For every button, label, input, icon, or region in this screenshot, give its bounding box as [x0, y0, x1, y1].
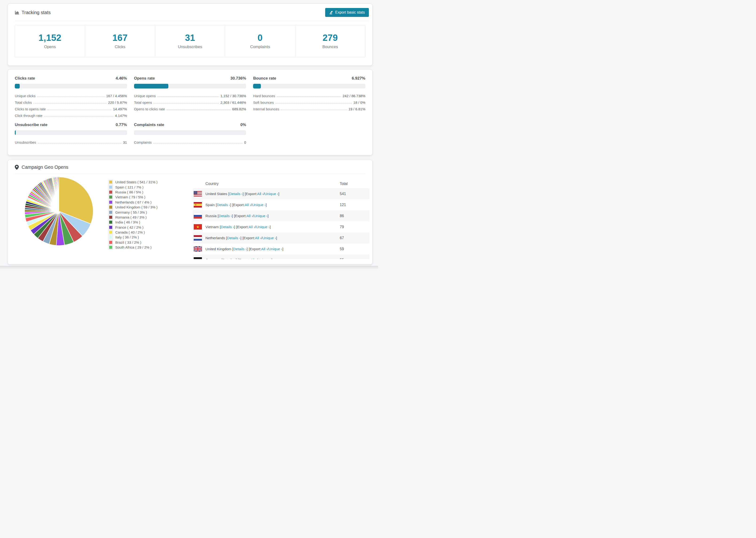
- legend-item: Netherlands ( 67 / 4% ): [109, 200, 158, 205]
- rate-detail-label: Unique opens: [134, 94, 156, 99]
- legend-label: South Africa ( 29 / 2% ): [115, 245, 151, 249]
- dotted-leader: [153, 103, 219, 103]
- rate-block-unsubscribe-rate: Unsubscribe rate0.77%Unsubscribes31: [15, 123, 127, 145]
- vn-flag-icon: [194, 224, 202, 230]
- export-unique-link[interactable]: Unique ›: [265, 192, 279, 196]
- rates-grid: Clicks rate4.46%Unique clicks167 / 4.456…: [15, 76, 365, 145]
- geo-country-cell: Spain [Details ›] [Export: All › / Uniqu…: [193, 202, 340, 207]
- export-all-link[interactable]: All ›: [249, 225, 255, 229]
- export-unique-link[interactable]: Unique ›: [269, 247, 283, 251]
- dotted-leader: [44, 116, 113, 117]
- rate-title: Complaints rate: [134, 123, 164, 127]
- geo-country-cell: Vietnam [Details ›] [Export: All › / Uni…: [193, 224, 340, 230]
- stat-tile-bounces: 279Bounces: [295, 25, 365, 57]
- dotted-leader: [277, 96, 341, 97]
- rate-detail-value: 242 / 86.738%: [343, 94, 365, 99]
- geo-table-row-netherlands: Netherlands [Details ›] [Export: All › /…: [193, 232, 369, 243]
- rate-detail-row: Clicks to opens rate14.497%: [15, 105, 127, 112]
- export-all-link[interactable]: All ›: [257, 192, 264, 196]
- export-unique-link[interactable]: Unique ›: [254, 214, 268, 218]
- stat-value: 279: [323, 33, 338, 43]
- ru-flag-icon: [194, 213, 202, 219]
- export-all-link[interactable]: All ›: [246, 214, 253, 218]
- stats-summary-grid: 1,152Opens167Clicks31Unsubscribes0Compla…: [15, 25, 365, 57]
- geo-row-text: ]: [266, 203, 267, 207]
- export-unique-link[interactable]: Unique ›: [257, 258, 271, 259]
- geo-row-text: ] [Export:: [234, 225, 249, 229]
- dotted-leader: [281, 110, 347, 110]
- details-link[interactable]: Details ›: [229, 192, 243, 196]
- export-unique-link[interactable]: Unique ›: [256, 225, 270, 229]
- rate-detail-value: 18 / 0%: [353, 100, 365, 105]
- dotted-leader: [166, 110, 231, 110]
- export-basic-stats-button[interactable]: Export basic stats: [325, 8, 369, 17]
- stat-label: Opens: [44, 45, 56, 49]
- rate-detail-label: Opens to clicks rate: [134, 107, 165, 112]
- export-unique-link[interactable]: Unique ›: [262, 236, 276, 240]
- rate-detail-value: 19 / 6.81%: [349, 107, 365, 112]
- legend-label: Germany ( 55 / 3% ): [115, 210, 147, 214]
- rate-title: Opens rate: [134, 76, 155, 81]
- stat-tile-unsubscribes: 31Unsubscribes: [155, 25, 225, 57]
- export-all-link[interactable]: All ›: [255, 236, 261, 240]
- details-link[interactable]: Details ›: [217, 203, 230, 207]
- export-unique-link[interactable]: Unique ›: [252, 203, 266, 207]
- dotted-leader: [153, 143, 243, 143]
- geo-row-text: ] [Export:: [247, 247, 261, 251]
- rate-detail-value: 689.82%: [232, 107, 246, 112]
- rate-detail-label: Clicks to opens rate: [15, 107, 46, 112]
- details-link[interactable]: Details ›: [233, 247, 247, 251]
- geo-table-row-spain: Spain [Details ›] [Export: All › / Uniqu…: [193, 199, 369, 210]
- geo-row-text: ] [Export:: [230, 203, 244, 207]
- geo-row-text: ] [Export:: [232, 214, 246, 218]
- rate-detail-value: 31: [123, 140, 127, 145]
- rate-detail-row: Hard bounces242 / 86.738%: [253, 92, 365, 99]
- rate-value: 30.736%: [230, 76, 246, 81]
- export-all-link[interactable]: All ›: [244, 203, 251, 207]
- geo-row-text: ]: [282, 247, 283, 251]
- geo-body: United States ( 541 / 31% )Spain ( 121 /…: [8, 174, 372, 258]
- stat-value: 1,152: [38, 33, 62, 43]
- geo-row-text: Vietnam [: [205, 225, 221, 229]
- rate-detail-label: Total opens: [134, 100, 152, 105]
- export-all-link[interactable]: All ›: [250, 258, 257, 259]
- legend-swatch: [109, 215, 113, 219]
- rate-detail-value: 0: [244, 140, 246, 145]
- legend-label: United Kingdom ( 59 / 3% ): [115, 205, 158, 209]
- details-link[interactable]: Details ›: [221, 225, 234, 229]
- rate-progress-bar: [134, 84, 246, 88]
- de-flag-icon: [194, 257, 202, 259]
- geo-table-header-country: Country: [193, 182, 340, 186]
- rate-detail-row: Complaints0: [134, 138, 246, 145]
- rate-detail-label: Soft bounces: [253, 100, 274, 105]
- export-button-label: Export basic stats: [335, 10, 365, 15]
- rate-detail-value: 1,152 / 30.736%: [220, 94, 246, 99]
- details-link[interactable]: Details ›: [222, 258, 236, 259]
- legend-item: United Kingdom ( 59 / 3% ): [109, 205, 158, 210]
- nl-flag-icon: [194, 235, 202, 241]
- rates-card: Clicks rate4.46%Unique clicks167 / 4.456…: [8, 69, 373, 155]
- legend-label: Brazil ( 33 / 2% ): [115, 241, 141, 244]
- export-all-link[interactable]: All ›: [261, 247, 268, 251]
- details-link[interactable]: Details ›: [227, 236, 241, 240]
- legend-item: Italy ( 36 / 2% ): [109, 235, 158, 240]
- legend-label: Italy ( 36 / 2% ): [115, 235, 139, 239]
- page-title: Tracking stats: [22, 10, 51, 15]
- rate-detail-value: 14.497%: [113, 107, 127, 112]
- rate-detail-row: Unique clicks167 / 4.456%: [15, 92, 127, 99]
- legend-swatch: [109, 225, 113, 229]
- legend-swatch: [109, 220, 113, 224]
- details-link[interactable]: Details ›: [219, 214, 232, 218]
- geo-pie-chart: [24, 176, 94, 246]
- legend-swatch: [109, 190, 113, 194]
- dotted-leader: [33, 103, 107, 103]
- legend-label: Spain ( 121 / 7% ): [115, 185, 143, 189]
- dotted-leader: [47, 110, 112, 110]
- legend-swatch: [109, 241, 113, 244]
- map-pin-icon: [15, 165, 19, 170]
- rate-detail-value: 167 / 4.456%: [106, 94, 127, 99]
- campaign-geo-opens-card: Campaign Geo Opens United States ( 541 /…: [8, 160, 373, 265]
- geo-total-cell: 59: [340, 247, 369, 251]
- geo-row-text: United Kingdom [: [205, 247, 233, 251]
- legend-item: Brazil ( 33 / 2% ): [109, 240, 158, 245]
